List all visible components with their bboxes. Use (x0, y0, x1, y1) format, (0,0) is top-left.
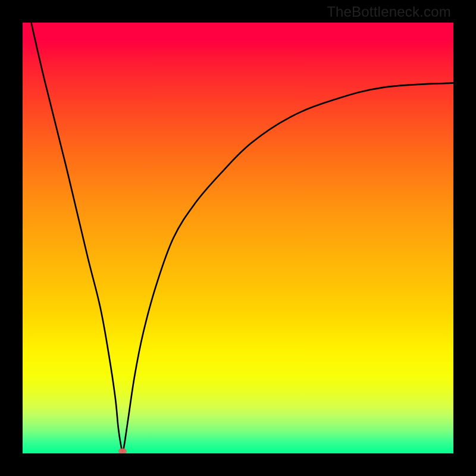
plot-area (23, 23, 453, 453)
bottleneck-curve (31, 23, 453, 451)
watermark-text: TheBottleneck.com (327, 4, 451, 20)
chart-frame: TheBottleneck.com (0, 0, 476, 476)
curve-layer (23, 23, 453, 453)
minimum-marker-icon (118, 448, 127, 453)
